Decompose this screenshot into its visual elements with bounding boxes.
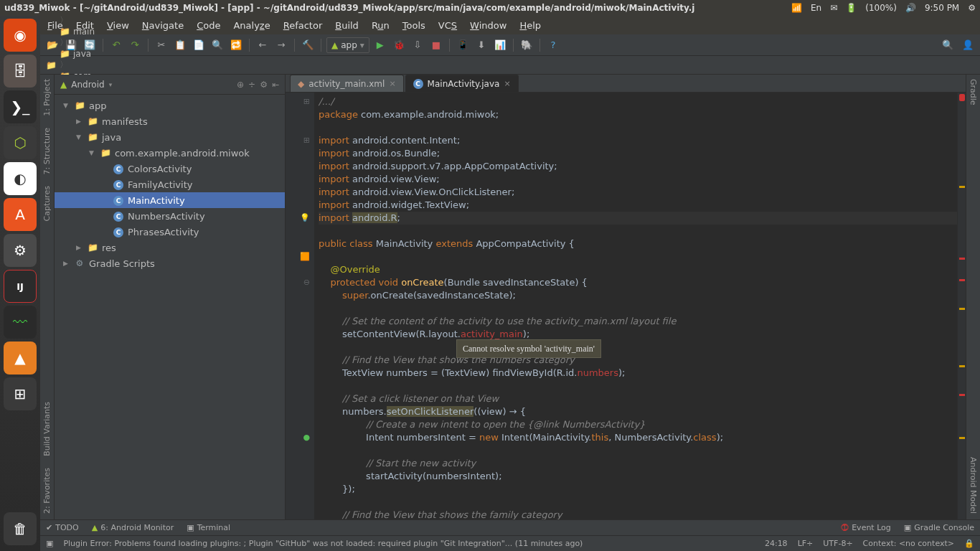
code-content[interactable]: /.../ package com.example.android.miwok;… (314, 93, 957, 519)
caret-position[interactable]: 24:18 (765, 539, 788, 548)
tree-node[interactable]: CFamilyActivity (55, 176, 285, 192)
project-panel: ▲ Android ▾ ⊕ ÷ ⚙ ⇤ ▼📁app▶📁manifests▼📁ja… (55, 75, 286, 519)
collapse-icon[interactable]: ÷ (248, 80, 255, 90)
launcher-chrome[interactable]: ◐ (4, 162, 37, 195)
tree-node[interactable]: CNumbersActivity (55, 208, 285, 224)
back-icon[interactable]: ← (255, 37, 270, 53)
gear-icon[interactable]: ⚙ (260, 80, 268, 90)
sync-gradle-icon[interactable]: 🐘 (519, 37, 534, 53)
menu-refactor[interactable]: Refactor (283, 20, 323, 31)
tool-todo[interactable]: ✔ TODO (46, 523, 79, 532)
close-tab-icon[interactable]: × (504, 79, 510, 88)
status-icon[interactable]: ▣ (46, 539, 53, 548)
avd-icon[interactable]: 📱 (455, 37, 471, 53)
launcher-vlc[interactable]: ▲ (4, 342, 37, 375)
launcher-android-studio[interactable]: ⬡ (4, 126, 37, 159)
error-stripe[interactable] (957, 93, 966, 519)
tool-terminal[interactable]: ▣ Terminal (187, 523, 230, 532)
lock-icon[interactable]: 🔒 (964, 539, 974, 548)
tree-node[interactable]: ▼📁app (55, 98, 285, 113)
main-area: 1: Project 7: Structure Captures Build V… (40, 75, 980, 519)
menu-window[interactable]: Window (470, 20, 507, 31)
copy-icon[interactable]: 📋 (172, 37, 188, 53)
attach-icon[interactable]: ⇩ (410, 37, 425, 53)
ide-window: File Edit View Navigate Code Analyze Ref… (40, 16, 980, 551)
android-icon: ▲ (60, 80, 67, 90)
tree-node[interactable]: ▶📁res (55, 240, 285, 255)
debug-icon[interactable]: 🐞 (391, 37, 407, 53)
tool-gradle[interactable]: Gradle (969, 79, 978, 105)
tree-node[interactable]: ▶⚙Gradle Scripts (55, 255, 285, 271)
volume-icon[interactable]: 🔊 (905, 3, 916, 13)
wifi-icon[interactable]: 📶 (791, 3, 802, 13)
menu-run[interactable]: Run (372, 20, 390, 31)
menu-code[interactable]: Code (197, 20, 220, 31)
code-editor[interactable]: ⊞⊞💡 🟧⊖ ● /.../ package com.example.andro… (286, 93, 966, 519)
tool-structure[interactable]: 7: Structure (42, 128, 52, 174)
clock[interactable]: 9:50 PM (925, 3, 959, 13)
mail-icon[interactable]: ✉ (830, 3, 837, 13)
tree-node[interactable]: CMainActivity (55, 192, 285, 208)
launcher-workspace[interactable]: ⊞ (4, 377, 37, 410)
project-tree[interactable]: ▼📁app▶📁manifests▼📁java▼📁com.example.andr… (55, 95, 285, 519)
tool-project[interactable]: 1: Project (42, 79, 52, 116)
tree-node[interactable]: ▼📁java (55, 129, 285, 145)
tree-node[interactable]: CPhrasesActivity (55, 224, 285, 240)
help-icon[interactable]: ? (545, 37, 561, 53)
search-everywhere-icon[interactable]: 🔍 (940, 37, 956, 53)
close-tab-icon[interactable]: × (389, 79, 395, 88)
menu-analyze[interactable]: Analyze (233, 20, 270, 31)
editor-tab[interactable]: CMainActivity.java× (405, 75, 519, 92)
nav-home-icon[interactable]: 📁 (46, 60, 57, 70)
launcher-dash[interactable]: ◉ (4, 19, 37, 52)
make-icon[interactable]: 🔨 (300, 37, 316, 53)
launcher-terminal[interactable]: ❯_ (4, 90, 37, 123)
run-config-selector[interactable]: ▲app▾ (326, 37, 369, 53)
file-encoding[interactable]: UTF-8÷ (823, 539, 852, 548)
breadcrumb-item[interactable]: 📁java (60, 49, 132, 59)
editor-tab[interactable]: ◆activity_main.xml× (290, 75, 404, 92)
tool-android-model[interactable]: Android Model (969, 457, 978, 514)
tool-event-log[interactable]: ⓵ Event Log (841, 523, 891, 532)
find-icon[interactable]: 🔍 (209, 37, 225, 53)
tree-node[interactable]: ▼📁com.example.android.miwok (55, 145, 285, 161)
gear-icon[interactable]: ⚙ (968, 3, 976, 13)
paste-icon[interactable]: 📄 (191, 37, 207, 53)
ddms-icon[interactable]: 📊 (492, 37, 508, 53)
tool-captures[interactable]: Captures (42, 186, 52, 221)
launcher-settings[interactable]: ⚙ (4, 234, 37, 267)
cut-icon[interactable]: ✂ (154, 37, 169, 53)
open-icon[interactable]: 📂 (44, 37, 60, 53)
project-view-selector[interactable]: Android (71, 80, 104, 90)
menu-help[interactable]: Help (519, 20, 541, 31)
launcher-trash[interactable]: 🗑 (4, 512, 37, 545)
sdk-icon[interactable]: ⬇ (473, 37, 489, 53)
replace-icon[interactable]: 🔁 (228, 37, 244, 53)
tool-favorites[interactable]: 2: Favorites (42, 468, 52, 514)
breadcrumb-item[interactable]: 📁main (60, 27, 132, 37)
tool-gradle-console[interactable]: ▣ Gradle Console (904, 523, 974, 532)
scroll-from-source-icon[interactable]: ⊕ (237, 80, 244, 90)
hide-icon[interactable]: ⇤ (272, 80, 279, 90)
menu-tools[interactable]: Tools (402, 20, 425, 31)
menu-vcs[interactable]: VCS (438, 20, 457, 31)
forward-icon[interactable]: → (273, 37, 289, 53)
launcher-software[interactable]: A (4, 198, 37, 231)
menu-build[interactable]: Build (335, 20, 359, 31)
launcher-monitor[interactable]: 〰 (4, 306, 37, 339)
project-panel-header: ▲ Android ▾ ⊕ ÷ ⚙ ⇤ (55, 75, 285, 95)
line-ending[interactable]: LF÷ (798, 539, 814, 548)
battery-icon[interactable]: 🔋 (846, 3, 857, 13)
context-indicator[interactable]: Context: <no context> (863, 539, 954, 548)
launcher-files[interactable]: 🗄 (4, 55, 37, 88)
tool-build-variants[interactable]: Build Variants (42, 402, 52, 456)
avatar-icon[interactable]: 👤 (960, 37, 976, 53)
launcher-intellij[interactable]: IJ (4, 270, 37, 303)
menu-navigate[interactable]: Navigate (142, 20, 184, 31)
run-icon[interactable]: ▶ (372, 37, 388, 53)
tool-android-monitor[interactable]: ▲ 6: Android Monitor (92, 523, 174, 532)
tree-node[interactable]: CColorsActivity (55, 161, 285, 176)
lang-indicator[interactable]: En (811, 3, 821, 13)
tree-node[interactable]: ▶📁manifests (55, 113, 285, 129)
stop-icon[interactable]: ■ (428, 37, 444, 53)
